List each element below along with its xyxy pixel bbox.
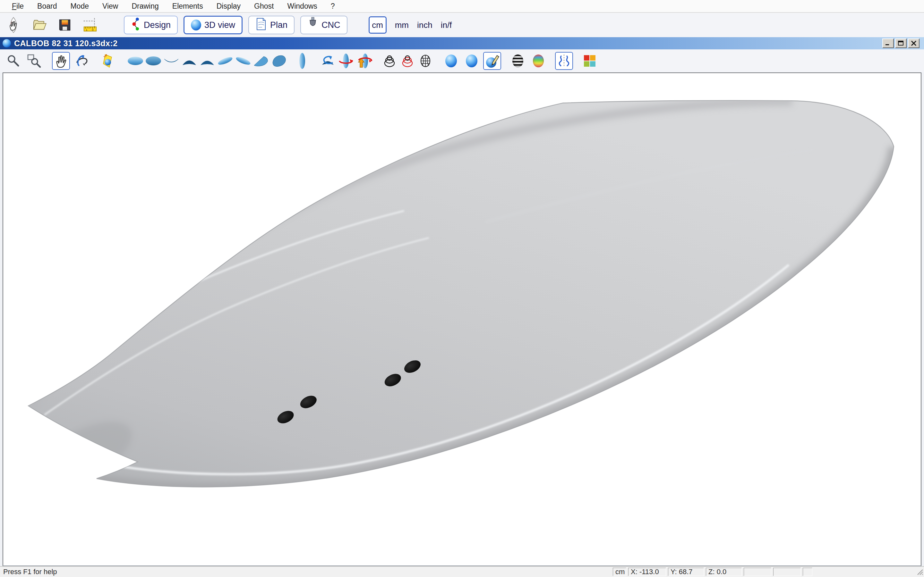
plan-button-label: Plan <box>270 20 288 30</box>
rotate-view-icon[interactable] <box>319 52 337 70</box>
wireframe-black-icon[interactable] <box>381 52 399 70</box>
plan-button[interactable]: Plan <box>248 16 294 34</box>
unit-inch[interactable]: inch <box>417 20 433 30</box>
status-help-text: Press F1 for help <box>3 568 57 576</box>
status-z-coordinate: Z: 0.0 <box>706 568 742 576</box>
unit-cm[interactable]: cm <box>368 16 387 34</box>
blue-sphere-icon <box>191 19 201 31</box>
design-button[interactable]: Design <box>124 16 178 34</box>
cnc-button[interactable]: CNC <box>300 16 347 34</box>
pan-icon[interactable] <box>52 52 70 70</box>
dimensions-icon[interactable]: 10 <box>82 17 99 33</box>
menu-windows[interactable]: Windows <box>280 2 324 11</box>
unit-cm-label: cm <box>372 20 383 30</box>
render-curvature-icon[interactable] <box>529 52 548 70</box>
document-title-bar[interactable]: CALBOB 82 31 120.s3dx:2 <box>0 37 924 49</box>
open-folder-icon[interactable] <box>31 17 47 33</box>
view-side-icon[interactable] <box>162 52 180 70</box>
rotate-3d-icon[interactable] <box>73 52 90 70</box>
spin-horizontal-icon[interactable] <box>337 52 355 70</box>
menu-display[interactable]: Display <box>210 2 247 11</box>
maximize-icon <box>897 40 905 46</box>
view-nose-icon[interactable] <box>180 52 198 70</box>
light-icon[interactable] <box>99 52 118 70</box>
design-button-label: Design <box>144 20 171 30</box>
cnc-bit-icon <box>307 17 318 34</box>
status-empty-panel <box>773 568 801 576</box>
3d-viewport[interactable] <box>3 73 921 566</box>
flow-lines-icon[interactable] <box>555 52 573 70</box>
unit-inf[interactable]: in/f <box>441 20 452 30</box>
shape3d-application: File Board Mode View Drawing Elements Di… <box>0 0 924 577</box>
status-bar: Press F1 for help cm X: -113.0 Y: 68.7 Z… <box>0 566 924 577</box>
view-tilt-left-icon[interactable] <box>216 52 234 70</box>
render-stripes-icon[interactable] <box>509 52 527 70</box>
wireframe-mesh-icon[interactable] <box>417 52 435 70</box>
cnc-button-label: CNC <box>321 20 341 30</box>
menu-ghost[interactable]: Ghost <box>247 2 280 11</box>
document-title: CALBOB 82 31 120.s3dx:2 <box>14 39 118 48</box>
menu-help[interactable]: ? <box>324 2 342 11</box>
status-y-coordinate: Y: 68.7 <box>668 568 704 576</box>
menu-view[interactable]: View <box>95 2 125 11</box>
new-board-icon[interactable] <box>5 17 22 33</box>
menu-board[interactable]: Board <box>31 2 63 11</box>
spin-vertical-icon[interactable] <box>355 52 373 70</box>
surfboard-outline <box>28 101 893 487</box>
render-smooth-icon[interactable] <box>463 52 481 70</box>
plan-sheet-icon <box>255 17 267 33</box>
render-edit-icon[interactable] <box>483 52 501 70</box>
surfboard-3d-render <box>3 73 921 566</box>
status-x-coordinate: X: -113.0 <box>628 568 666 576</box>
status-empty-panel <box>803 568 813 576</box>
close-button[interactable] <box>908 39 919 48</box>
menu-bar: File Board Mode View Drawing Elements Di… <box>0 0 924 13</box>
menu-file[interactable]: File <box>5 2 31 11</box>
menu-mode[interactable]: Mode <box>63 2 95 11</box>
wireframe-red-icon[interactable] <box>399 52 417 70</box>
view-top-icon[interactable] <box>126 52 144 70</box>
view-quarter-left-icon[interactable] <box>252 52 270 70</box>
menu-elements[interactable]: Elements <box>166 2 210 11</box>
svg-text:0: 0 <box>92 28 94 31</box>
view-tilt-right-icon[interactable] <box>234 52 252 70</box>
save-icon[interactable] <box>57 17 73 33</box>
3d-view-button-label: 3D view <box>204 20 235 30</box>
status-empty-panel <box>744 568 771 576</box>
zoom-icon[interactable] <box>5 52 23 70</box>
status-unit: cm <box>613 568 626 576</box>
resize-grip[interactable] <box>916 568 923 575</box>
unit-mm[interactable]: mm <box>395 20 409 30</box>
close-icon <box>910 40 917 46</box>
color-squares-icon[interactable] <box>581 52 599 70</box>
view-bottom-icon[interactable] <box>144 52 162 70</box>
zoom-window-icon[interactable] <box>25 52 43 70</box>
view-toolbar <box>0 49 924 73</box>
svg-text:1: 1 <box>86 28 87 31</box>
render-shaded-icon[interactable] <box>442 52 460 70</box>
main-toolbar: 10 Design 3D view <box>0 13 924 37</box>
maximize-button[interactable] <box>895 39 907 48</box>
view-front-icon[interactable] <box>293 52 311 70</box>
minimize-icon <box>885 41 892 46</box>
menu-drawing[interactable]: Drawing <box>125 2 165 11</box>
window-blue-sphere-icon <box>3 39 11 47</box>
3d-view-button[interactable]: 3D view <box>184 16 242 34</box>
view-quarter-right-icon[interactable] <box>270 52 288 70</box>
design-nodes-icon <box>131 17 141 33</box>
view-tail-icon[interactable] <box>198 52 216 70</box>
minimize-button[interactable] <box>882 39 894 48</box>
